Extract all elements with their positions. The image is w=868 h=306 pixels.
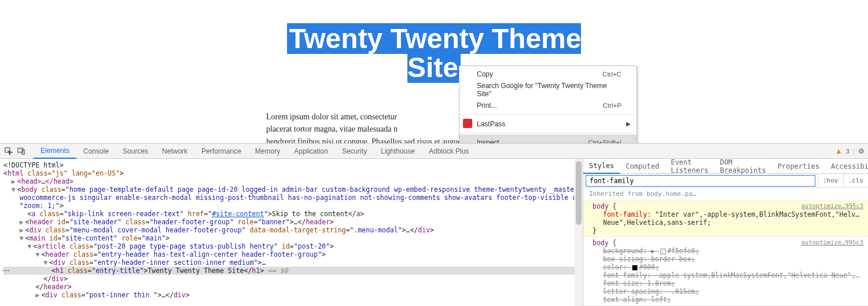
page-title-line1: Twenty Twenty Theme — [289, 23, 582, 54]
elements-dom-tree[interactable]: <!DOCTYPE html> <html class="js" lang="e… — [0, 159, 583, 306]
styles-tabbar: Styles Computed Event Listeners DOM Brea… — [583, 159, 868, 174]
inspect-element-icon[interactable] — [2, 145, 15, 158]
lastpass-icon — [463, 119, 472, 128]
dom-doctype: <!DOCTYPE html> — [3, 161, 64, 169]
tab-event-listeners[interactable]: Event Listeners — [665, 159, 714, 174]
ctx-inspect[interactable]: InspectCtrl+Shift+I — [459, 134, 637, 143]
expand-toggle[interactable]: ▶ — [35, 291, 41, 299]
styles-panel: Styles Computed Event Listeners DOM Brea… — [583, 159, 868, 306]
tab-styles[interactable]: Styles — [583, 159, 620, 174]
chevron-right-icon: ▶ — [626, 121, 631, 127]
expand-toggle[interactable]: ▼ — [12, 185, 17, 194]
expand-toggle[interactable]: ▼ — [28, 242, 34, 250]
devtools-tabbar: Elements Console Sources Network Perform… — [0, 144, 868, 159]
tab-sources[interactable]: Sources — [116, 144, 155, 159]
page-title[interactable]: Twenty Twenty ThemeSite — [0, 24, 868, 83]
cls-toggle[interactable]: .cls — [843, 174, 869, 188]
expand-toggle[interactable]: ▼ — [20, 234, 25, 242]
expand-toggle[interactable]: ▼ — [43, 258, 49, 267]
ctx-copy[interactable]: CopyCtrl+C — [459, 66, 637, 82]
context-menu: CopyCtrl+C Search Google for "Twenty Twe… — [459, 65, 637, 143]
source-link[interactable]: autoptimize…995c3 — [801, 239, 863, 246]
expand-toggle[interactable]: ▶ — [12, 177, 17, 185]
scrollbar[interactable] — [575, 159, 583, 306]
devtools-panel: Elements Console Sources Network Perform… — [0, 143, 868, 306]
device-toolbar-icon[interactable] — [15, 145, 28, 158]
ctx-separator — [459, 114, 637, 115]
source-link[interactable]: autoptimize…995c3 — [801, 202, 863, 209]
tab-properties[interactable]: Properties — [772, 159, 825, 174]
tab-memory[interactable]: Memory — [248, 144, 287, 159]
css-rule[interactable]: autoptimize…995c3 body { font-family: "I… — [583, 201, 868, 237]
dom-selected-node[interactable]: <h1 class="entry-title">Twenty Twenty Th… — [3, 267, 583, 275]
styles-filter-input[interactable] — [586, 175, 815, 187]
page-viewport: Twenty Twenty ThemeSite Lorem ipsum dolo… — [0, 0, 868, 143]
color-swatch-icon[interactable] — [660, 249, 666, 254]
tab-accessibility[interactable]: Accessibility — [825, 159, 868, 174]
tab-adblock-plus[interactable]: Adblock Plus — [422, 144, 476, 159]
tab-security[interactable]: Security — [335, 144, 374, 159]
tab-performance[interactable]: Performance — [194, 144, 248, 159]
tab-lighthouse[interactable]: Lighthouse — [374, 144, 422, 159]
separator: | — [853, 147, 855, 155]
ctx-search-google[interactable]: Search Google for "Twenty Twenty Theme S… — [459, 82, 637, 97]
tab-computed[interactable]: Computed — [620, 159, 665, 174]
css-rules-list[interactable]: autoptimize…995c3 body { font-family: "I… — [583, 201, 868, 306]
tab-console[interactable]: Console — [76, 144, 116, 159]
tab-application[interactable]: Application — [287, 144, 335, 159]
ctx-lastpass[interactable]: LastPass▶ — [459, 116, 637, 132]
settings-gear-icon[interactable]: ⚙ — [858, 147, 865, 155]
tab-network[interactable]: Network — [155, 144, 194, 159]
ctx-separator — [459, 133, 637, 133]
expand-toggle[interactable]: ▶ — [20, 226, 25, 234]
tab-dom-breakpoints[interactable]: DOM Breakpoints — [714, 159, 771, 174]
ctx-print[interactable]: Print...Ctrl+P — [459, 97, 637, 113]
warning-count: 3 — [846, 148, 849, 155]
hov-toggle[interactable]: :hov — [818, 174, 843, 188]
inherited-from-label: Inherited from body.home.pa… — [583, 188, 868, 201]
page-title-line2: Site — [407, 52, 458, 83]
color-swatch-icon[interactable] — [632, 265, 638, 271]
expand-toggle[interactable]: ▼ — [35, 250, 41, 258]
css-rule[interactable]: autoptimize…995c3 body { background: ▶ #… — [583, 237, 868, 306]
expand-toggle[interactable]: ▶ — [20, 218, 25, 226]
tab-elements[interactable]: Elements — [34, 144, 76, 159]
warning-icon[interactable]: ▲ — [835, 147, 843, 155]
